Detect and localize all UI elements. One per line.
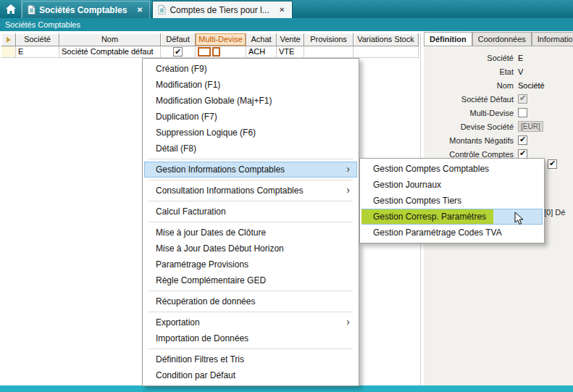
menu-item-modification-globale[interactable]: Modification Globale (Maj+F1): [144, 93, 357, 109]
menu-item-label: Exportation: [156, 317, 200, 328]
app-window: Sociétés Comptables Comptes de Tiers pou…: [0, 0, 573, 392]
table-row[interactable]: E Société Comptable défaut ACH VTE: [1, 46, 419, 58]
default-button-partial[interactable]: [0] Dé: [544, 208, 565, 217]
submenu-item-gestion-journaux[interactable]: Gestion Journaux: [361, 177, 543, 193]
panel-tab-bar: Définition Coordonnées Information: [424, 32, 573, 46]
menu-item-label: Règle Complémentaire GED: [156, 275, 266, 285]
field-label: Nom: [424, 81, 518, 90]
column-header-achat[interactable]: Achat: [246, 33, 277, 46]
devise-chip[interactable]: [EUR]: [518, 121, 543, 132]
row-selector-header[interactable]: [1, 33, 16, 46]
column-header-nom[interactable]: Nom: [59, 33, 161, 46]
cell-defaut[interactable]: [161, 46, 196, 58]
menu-item-detail[interactable]: Détail (F8): [144, 141, 357, 157]
submenu-item-gestion-comptes-tiers[interactable]: Gestion Comptes Tiers: [361, 193, 543, 209]
menu-item-recuperation-de-donnees[interactable]: Récupération de données: [144, 293, 357, 309]
tab-label: Comptes de Tiers pour l...: [170, 5, 269, 15]
mouse-cursor: [514, 212, 524, 226]
menu-item-label: Calcul Facturation: [156, 207, 226, 217]
field-multi-devise: Multi-Devise: [424, 106, 573, 120]
tab-definition[interactable]: Définition: [424, 32, 472, 46]
column-header-societe[interactable]: Société: [16, 33, 59, 46]
field-label: Société Défaut: [424, 95, 518, 104]
home-button[interactable]: [0, 0, 22, 18]
column-header-vente[interactable]: Vente: [277, 33, 304, 46]
menu-item-label: Définition Filtres et Tris: [156, 354, 244, 364]
document-icon: [28, 5, 35, 14]
cell-vente[interactable]: VTE: [277, 46, 304, 58]
submenu-item-gestion-comptes-comptables[interactable]: Gestion Comptes Comptables: [361, 161, 543, 177]
field-devise-societe: Devise Société [EUR]: [424, 120, 573, 133]
document-icon: [158, 5, 166, 14]
menu-item-parametrage-provisions[interactable]: Paramétrage Provisions: [144, 257, 357, 272]
societes-table: Société Nom Défaut Multi-Devise Achat Ve…: [1, 33, 419, 58]
cell-variations-stock[interactable]: [354, 46, 419, 58]
menu-item-label: Gestion Informations Comptables: [156, 164, 285, 175]
menu-item-modification[interactable]: Modification (F1): [144, 77, 357, 93]
close-tab-icon[interactable]: [277, 6, 287, 14]
tab-coordonnees[interactable]: Coordonnées: [472, 32, 532, 46]
field-nom: Nom Société: [424, 78, 573, 92]
field-societe-defaut: Société Défaut: [424, 92, 573, 106]
column-header-provisions[interactable]: Provisions: [304, 33, 354, 46]
menu-item-consultation-informations-comptables[interactable]: Consultation Informations Comptables: [144, 183, 357, 199]
column-header-multi-devise[interactable]: Multi-Devise: [196, 33, 246, 46]
menu-separator: [149, 201, 353, 201]
menu-item-calcul-facturation[interactable]: Calcul Facturation: [144, 204, 357, 220]
tab-societes-comptables[interactable]: Sociétés Comptables: [22, 1, 150, 18]
menu-item-gestion-informations-comptables[interactable]: Gestion Informations Comptables: [144, 162, 357, 178]
menu-item-label: Récupération de données: [156, 296, 255, 306]
row-marker-icon: [7, 37, 11, 43]
field-value: Société: [518, 81, 545, 90]
column-header-variations-stock[interactable]: Variations Stock: [354, 33, 419, 46]
menu-item-label: Création (F9): [156, 64, 207, 74]
menu-item-label: Modification (F1): [156, 80, 220, 90]
submenu-item-label: Gestion Comptes Tiers: [373, 196, 461, 206]
cell-nom[interactable]: Société Comptable défaut: [59, 46, 161, 58]
menu-item-label: Mise à Jour Dates Début Horizon: [156, 243, 284, 254]
menu-separator: [149, 180, 353, 180]
menu-item-suppression-logique[interactable]: Suppression Logique (F6): [144, 125, 357, 141]
field-label: Etat: [424, 67, 518, 76]
submenu-arrow-icon: [346, 183, 350, 199]
tab-information[interactable]: Information: [532, 32, 573, 46]
menu-item-duplication[interactable]: Duplication (F7): [144, 109, 357, 125]
active-cell-checkbox[interactable]: [198, 47, 211, 57]
column-header-defaut[interactable]: Défaut: [161, 33, 196, 46]
close-tab-icon[interactable]: [135, 6, 144, 14]
row-selector-cell[interactable]: [1, 46, 16, 58]
menu-item-exportation[interactable]: Exportation: [144, 314, 357, 330]
field-value: V: [518, 67, 523, 76]
cell-provisions[interactable]: [304, 46, 354, 58]
menu-item-mise-a-jour-dates-cloture[interactable]: Mise à jour Dates de Clôture: [144, 225, 357, 241]
tab-comptes-de-tiers[interactable]: Comptes de Tiers pour l...: [152, 1, 292, 18]
menu-item-importation-de-donnees[interactable]: Importation de Données: [144, 330, 357, 346]
menu-item-label: Importation de Données: [156, 333, 248, 343]
menu-separator: [149, 291, 353, 291]
submenu-gestion-informations-comptables: Gestion Comptes Comptables Gestion Journ…: [359, 158, 545, 243]
table-header-row: Société Nom Défaut Multi-Devise Achat Ve…: [1, 33, 419, 46]
menu-separator: [149, 222, 353, 222]
menu-item-regle-complementaire-ged[interactable]: Règle Complémentaire GED: [144, 272, 357, 288]
defaut-checkbox[interactable]: [173, 47, 183, 57]
menu-item-label: Condition par Défaut: [156, 370, 235, 380]
field-label: Devise Société: [424, 122, 518, 131]
field-etat: Etat V: [424, 64, 573, 78]
submenu-item-gestion-parametrage-codes-tva[interactable]: Gestion Paramétrage Codes TVA: [361, 225, 543, 241]
cell-multi-devise-active[interactable]: [196, 46, 246, 58]
multi-devise-checkbox[interactable]: [518, 108, 527, 117]
menu-item-condition-par-defaut[interactable]: Condition par Défaut: [144, 367, 357, 383]
submenu-arrow-icon: [346, 314, 350, 330]
menu-item-label: Consultation Informations Comptables: [156, 185, 303, 196]
cell-achat[interactable]: ACH: [246, 46, 277, 58]
montants-negatifs-checkbox[interactable]: [518, 135, 527, 145]
menu-item-mise-a-jour-dates-debut-horizon[interactable]: Mise à Jour Dates Début Horizon: [144, 241, 357, 257]
menu-item-definition-filtres-et-tris[interactable]: Définition Filtres et Tris: [144, 351, 357, 367]
cell-societe[interactable]: E: [16, 46, 59, 58]
societe-defaut-checkbox[interactable]: [518, 94, 527, 104]
menu-item-label: Suppression Logique (F6): [156, 128, 256, 138]
bottom-bar: [0, 385, 573, 392]
menu-separator: [149, 312, 353, 312]
hidden-field-checkbox[interactable]: [548, 159, 557, 169]
menu-item-creation[interactable]: Création (F9): [144, 61, 357, 77]
